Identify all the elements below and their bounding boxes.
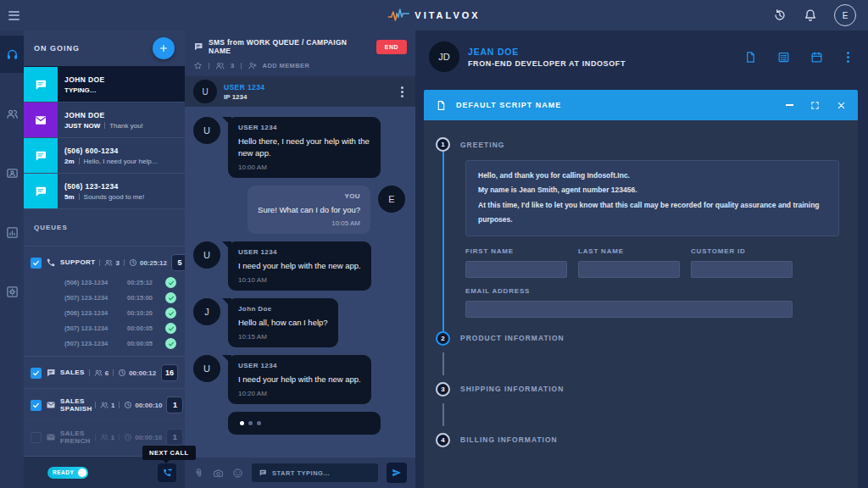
- phone-forward-icon: [162, 467, 173, 478]
- agents-icon: [100, 433, 108, 441]
- user-avatar[interactable]: E: [834, 4, 856, 26]
- star-icon[interactable]: [193, 61, 203, 70]
- caller-number: (507) 123-1234: [64, 340, 127, 347]
- headset-icon: [6, 48, 19, 61]
- rail-item-settings[interactable]: [0, 273, 24, 310]
- message-input[interactable]: [272, 469, 371, 477]
- script-section-billing[interactable]: 4 BILLING INFORMATION: [436, 433, 839, 447]
- ready-label: READY: [53, 469, 74, 475]
- chat-channel-icon: [24, 138, 58, 173]
- conversation-item[interactable]: (506) 123-1234 5m Sounds good to me!: [24, 173, 185, 208]
- attachment-icon[interactable]: [193, 468, 204, 479]
- queue-count-badge: 16: [161, 364, 178, 381]
- rail-item-agent[interactable]: [0, 36, 24, 73]
- message-text: I need your help with the new app.: [238, 260, 361, 272]
- chat-panel: SMS from WORK QUEUE / CAMPAIGN NAME END …: [185, 30, 415, 488]
- customer-id-field[interactable]: [691, 261, 793, 278]
- people-icon: [6, 108, 19, 120]
- calendar-icon[interactable]: [810, 51, 823, 64]
- caller-number: (506) 123-1234: [64, 309, 127, 317]
- last-name-field[interactable]: [578, 261, 680, 278]
- message: YOU Sure! What can I do for you? 10:05 A…: [193, 186, 405, 235]
- queue-name: SUPPORT: [60, 258, 95, 266]
- greeting-line: At this time, I'd like to let you know t…: [478, 198, 826, 228]
- queue-checkbox[interactable]: [31, 432, 42, 443]
- send-button[interactable]: [387, 463, 407, 483]
- conversation-meta: 5m: [64, 193, 75, 201]
- menu-icon[interactable]: [8, 11, 19, 20]
- participant-ip: IP 1234: [224, 93, 265, 101]
- email-field[interactable]: [465, 301, 793, 318]
- conversation-name: JOHN DOE: [64, 111, 178, 119]
- conversation-status: TYPING…: [64, 86, 97, 94]
- close-icon[interactable]: [837, 101, 846, 110]
- queue-call-row[interactable]: (506) 123-1234 00:10:20: [64, 308, 176, 319]
- rail-item-contacts[interactable]: [0, 95, 24, 132]
- rail-item-reports[interactable]: [0, 214, 24, 251]
- conversation-name: (506) 600-1234: [64, 147, 178, 155]
- conversation-item[interactable]: JOHN DOE JUST NOW Thank you!: [24, 102, 185, 137]
- queue-agent-count: 1: [111, 434, 114, 441]
- queue-checkbox[interactable]: [31, 258, 42, 269]
- expand-icon[interactable]: [810, 101, 820, 110]
- queue-checkbox[interactable]: [31, 400, 42, 411]
- waveform-logo-icon: [387, 8, 409, 23]
- form-icon[interactable]: [777, 51, 790, 64]
- queue-wait-time: 00:25:12: [140, 259, 167, 267]
- ready-toggle[interactable]: READY: [47, 467, 88, 479]
- end-button[interactable]: END: [376, 40, 407, 54]
- message-avatar: U: [193, 355, 220, 382]
- greeting-script-box: Hello, and thank you for calling Indosof…: [465, 160, 839, 236]
- queue-call-row[interactable]: (507) 123-1234 00:00:05: [64, 338, 176, 349]
- first-name-field[interactable]: [465, 261, 567, 278]
- message-author: USER 1234: [238, 362, 361, 369]
- message-bubble: John Doe Hello all, how can I help? 10:1…: [228, 298, 338, 347]
- queue-checkbox[interactable]: [31, 368, 42, 379]
- add-member-button[interactable]: ADD MEMBER: [263, 62, 310, 69]
- brand-name: VITALVOX: [415, 10, 480, 20]
- add-conversation-button[interactable]: [153, 37, 175, 59]
- send-icon: [392, 468, 402, 478]
- greeting-line: Hello, and thank you for calling Indosof…: [478, 169, 826, 183]
- participant-more-icon[interactable]: [398, 85, 407, 99]
- customer-form: FIRST NAME LAST NAME CUSTOMER ID: [465, 247, 839, 278]
- message-input-box: [252, 463, 378, 482]
- clock-icon: [124, 401, 132, 409]
- message-text: Sure! What can I do for you?: [258, 204, 360, 216]
- conversation-item[interactable]: JOHN DOE TYPING…: [24, 66, 185, 102]
- conversation-name: (506) 123-1234: [64, 182, 178, 191]
- message-bubble: YOU Sure! What can I do for you? 10:05 A…: [248, 186, 370, 235]
- clock-icon: [124, 433, 132, 441]
- vitalvox-app: VITALVOX E ON GOING JOHN DOE TYPING…: [0, 0, 868, 488]
- typing-bubble: [228, 412, 381, 435]
- section-label: BILLING INFORMATION: [460, 435, 558, 444]
- queue-call-row[interactable]: (507) 123-1234 00:15:00: [64, 292, 176, 303]
- contact-more-icon[interactable]: [843, 50, 853, 64]
- conversation-preview: Thank you!: [109, 122, 143, 130]
- rail-item-directory[interactable]: [0, 154, 24, 191]
- message-avatar: E: [378, 186, 405, 213]
- queue-call-row[interactable]: (506) 123-1234 00:25:12: [64, 277, 176, 288]
- queue-call-row[interactable]: (507) 123-1234 00:00:05: [64, 323, 176, 334]
- mail-icon: [46, 432, 56, 442]
- script-window: DEFAULT SCRIPT NAME 1 GREETING Hello, an…: [424, 90, 858, 488]
- conversation-item[interactable]: (506) 600-1234 2m Hello, I need your hel…: [24, 137, 185, 173]
- script-section-product[interactable]: 2 PRODUCT INFORMATION: [436, 331, 839, 346]
- history-icon[interactable]: [773, 8, 787, 22]
- emoji-icon[interactable]: [232, 468, 243, 479]
- camera-icon[interactable]: [213, 468, 224, 479]
- message-time: 10:15 AM: [238, 333, 328, 341]
- phone-icon: [46, 258, 56, 268]
- queue-wait-time: 00:00:10: [135, 402, 162, 409]
- agents-icon: [104, 258, 113, 267]
- document-icon[interactable]: [744, 51, 757, 64]
- section-label: SHIPPING INFORMATION: [460, 385, 564, 393]
- bell-icon[interactable]: [804, 8, 817, 22]
- top-bar: VITALVOX E: [0, 0, 868, 30]
- greeting-line: My name is Jean Smith, agent number 1234…: [478, 183, 826, 197]
- script-section-shipping[interactable]: 3 SHIPPING INFORMATION: [436, 382, 839, 396]
- minimize-icon[interactable]: [786, 104, 793, 106]
- queue-agent-count: 6: [105, 369, 108, 377]
- ongoing-panel: ON GOING JOHN DOE TYPING… JOHN DOE JUST …: [24, 30, 185, 488]
- queue-group-support: SUPPORT 3 00:25:12 5 (506) 123-1234 00:2…: [24, 246, 185, 356]
